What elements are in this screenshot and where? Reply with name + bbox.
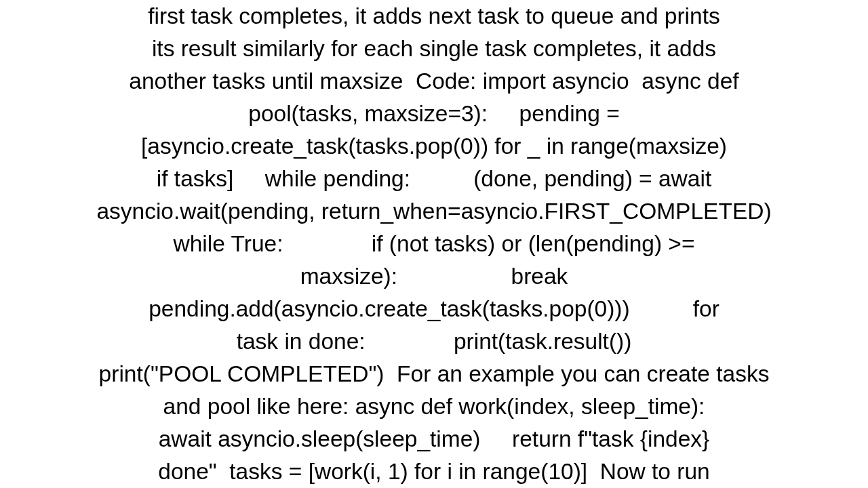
document-body-text: first task completes, it adds next task … (96, 0, 771, 488)
document-viewport: first task completes, it adds next task … (0, 0, 868, 488)
